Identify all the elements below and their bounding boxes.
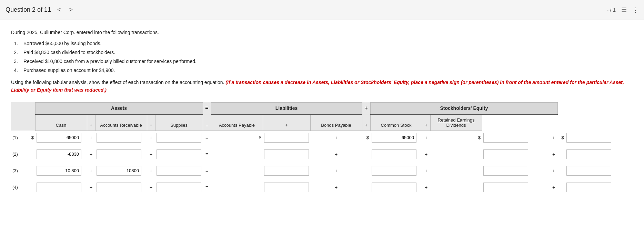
plus-re: + [422, 114, 430, 131]
supplies-input[interactable] [157, 166, 201, 176]
cash-input[interactable] [37, 149, 81, 159]
table-row: (3)++=+++ [11, 164, 633, 178]
supplies-input-cell[interactable] [155, 147, 203, 161]
list-item: 2. Paid $8,830 cash dividend to stockhol… [11, 50, 633, 55]
ap-input-cell[interactable] [263, 180, 310, 194]
list-icon-button[interactable]: ☰ [621, 6, 627, 14]
bp-col-header: Bonds Payable [310, 114, 362, 131]
ap-input-cell[interactable] [263, 164, 310, 178]
ap-input[interactable] [264, 133, 309, 143]
bp-input-cell[interactable] [370, 131, 422, 145]
tx-text: Paid $8,830 cash dividend to stockholder… [23, 50, 115, 55]
section-header-row: Assets = Liabilities + Stockholders' Equ… [11, 102, 633, 114]
tx-num: 3. [11, 59, 18, 64]
cs-input-cell[interactable] [482, 131, 550, 145]
tx-text: Received $10,800 cash from a previously … [23, 59, 197, 64]
cs-input-cell[interactable] [482, 180, 550, 194]
supplies-col-header: Supplies [155, 114, 203, 131]
ar-input[interactable] [97, 149, 141, 159]
dollar-sign-cs [430, 180, 482, 194]
supplies-input-cell[interactable] [155, 180, 203, 194]
supplies-input[interactable] [157, 183, 201, 192]
cash-col-header: Cash [35, 114, 87, 131]
re-input[interactable] [566, 133, 611, 143]
bp-input-cell[interactable] [370, 147, 422, 161]
supplies-input[interactable] [157, 133, 201, 143]
supplies-input-cell[interactable] [155, 164, 203, 178]
cash-input-cell[interactable] [35, 180, 87, 194]
re-col-header: Retained Earnings Dividends [430, 114, 482, 131]
separator-row [11, 178, 633, 180]
ap-input-cell[interactable] [263, 131, 310, 145]
ar-input[interactable] [97, 183, 141, 192]
top-bar-right: - / 1 ☰ ⋮ [607, 6, 638, 14]
dollar-sign-re: $ [558, 131, 565, 145]
re-input-cell[interactable] [565, 180, 633, 194]
cash-input-cell[interactable] [35, 131, 87, 145]
list-item: 1. Borrowed $65,000 by issuing bonds. [11, 41, 633, 46]
re-input-cell[interactable] [565, 164, 633, 178]
dollar-sign-ap [211, 147, 263, 161]
bp-input-cell[interactable] [370, 180, 422, 194]
cs-input[interactable] [483, 133, 528, 143]
top-bar: Question 2 of 11 < > - / 1 ☰ ⋮ [0, 0, 644, 20]
cash-input[interactable] [37, 166, 81, 176]
bp-input-cell[interactable] [370, 164, 422, 178]
plus-operator: + [310, 147, 362, 161]
equals-operator: = [203, 180, 211, 194]
re-input[interactable] [566, 183, 611, 192]
supplies-input[interactable] [157, 149, 201, 159]
tx-num: 1. [11, 41, 18, 46]
bp-input[interactable] [372, 183, 416, 192]
re-input[interactable] [566, 166, 611, 176]
plus-operator: + [550, 147, 558, 161]
cs-input[interactable] [483, 183, 528, 192]
ar-input[interactable] [97, 133, 141, 143]
more-icon-button[interactable]: ⋮ [632, 6, 638, 14]
ap-input-cell[interactable] [263, 147, 310, 161]
supplies-input-cell[interactable] [155, 131, 203, 145]
ar-input-cell[interactable] [95, 131, 147, 145]
ap-input[interactable] [264, 166, 309, 176]
cs-input-cell[interactable] [482, 164, 550, 178]
plus-bp: + [263, 114, 310, 131]
cash-input[interactable] [37, 133, 81, 143]
plus-operator: + [87, 147, 95, 161]
cash-input-cell[interactable] [35, 164, 87, 178]
row-label: (4) [11, 180, 28, 194]
cs-input-cell[interactable] [482, 147, 550, 161]
next-button[interactable]: > [67, 5, 75, 15]
dollar-sign-cs [430, 147, 482, 161]
cash-input[interactable] [37, 183, 81, 192]
plus-operator: + [550, 164, 558, 178]
cs-input[interactable] [483, 149, 528, 159]
separator-row [11, 145, 633, 147]
equals-section: = [203, 102, 211, 114]
accounting-table-wrapper: Assets = Liabilities + Stockholders' Equ… [11, 102, 633, 194]
plus-operator: + [422, 131, 430, 145]
instruction-prefix: Using the following tabular analysis, sh… [11, 80, 224, 85]
cash-input-cell[interactable] [35, 147, 87, 161]
plus-cs: + [362, 114, 370, 131]
re-input-cell[interactable] [565, 147, 633, 161]
ar-input-cell[interactable] [95, 180, 147, 194]
equals-operator: = [203, 131, 211, 145]
bp-input[interactable] [372, 149, 416, 159]
cs-input[interactable] [483, 166, 528, 176]
tx-text: Purchased supplies on account for $4,900… [23, 68, 115, 73]
bp-input[interactable] [372, 133, 416, 143]
ap-input[interactable] [264, 183, 309, 192]
accounting-table: Assets = Liabilities + Stockholders' Equ… [11, 102, 633, 194]
dollar-sign-re [558, 180, 565, 194]
ar-input-cell[interactable] [95, 164, 147, 178]
ap-input[interactable] [264, 149, 309, 159]
plus-ar: + [87, 114, 95, 131]
bp-input[interactable] [372, 166, 416, 176]
ap-col-header: Accounts Payable [211, 114, 263, 131]
re-input[interactable] [566, 149, 611, 159]
ar-input[interactable] [97, 166, 141, 176]
re-input-cell[interactable] [565, 131, 633, 145]
row-label: (1) [11, 131, 28, 145]
prev-button[interactable]: < [55, 5, 63, 15]
ar-input-cell[interactable] [95, 147, 147, 161]
